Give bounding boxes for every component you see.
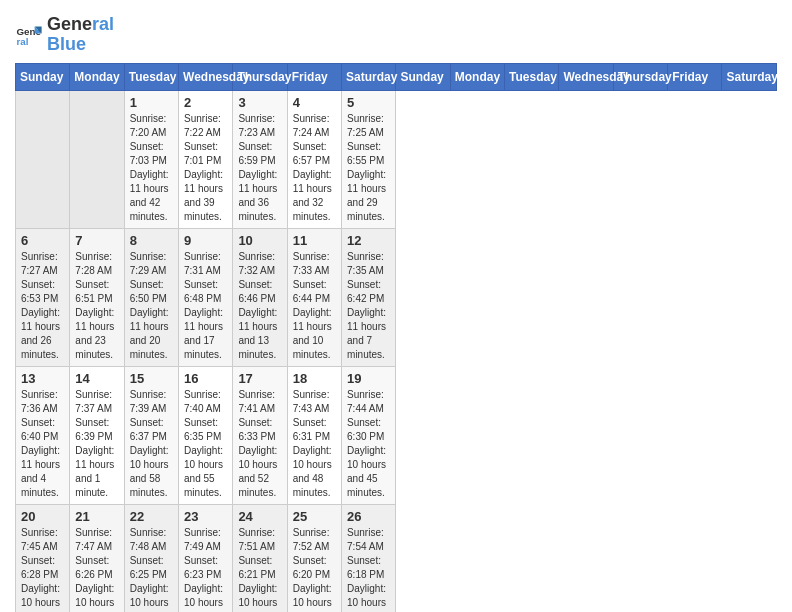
calendar-cell: 3Sunrise: 7:23 AM Sunset: 6:59 PM Daylig… xyxy=(233,90,287,228)
day-info: Sunrise: 7:41 AM Sunset: 6:33 PM Dayligh… xyxy=(238,388,281,500)
day-number: 4 xyxy=(293,95,336,110)
week-row-1: 1Sunrise: 7:20 AM Sunset: 7:03 PM Daylig… xyxy=(16,90,777,228)
calendar-cell xyxy=(70,90,124,228)
week-row-4: 20Sunrise: 7:45 AM Sunset: 6:28 PM Dayli… xyxy=(16,504,777,612)
day-info: Sunrise: 7:27 AM Sunset: 6:53 PM Dayligh… xyxy=(21,250,64,362)
calendar-cell: 22Sunrise: 7:48 AM Sunset: 6:25 PM Dayli… xyxy=(124,504,178,612)
week-row-2: 6Sunrise: 7:27 AM Sunset: 6:53 PM Daylig… xyxy=(16,228,777,366)
day-header-friday: Friday xyxy=(287,63,341,90)
logo-text: GeneralBlue xyxy=(47,15,114,55)
day-header-sunday: Sunday xyxy=(16,63,70,90)
week-row-3: 13Sunrise: 7:36 AM Sunset: 6:40 PM Dayli… xyxy=(16,366,777,504)
day-number: 3 xyxy=(238,95,281,110)
day-info: Sunrise: 7:45 AM Sunset: 6:28 PM Dayligh… xyxy=(21,526,64,612)
day-number: 7 xyxy=(75,233,118,248)
day-info: Sunrise: 7:35 AM Sunset: 6:42 PM Dayligh… xyxy=(347,250,390,362)
calendar-cell: 6Sunrise: 7:27 AM Sunset: 6:53 PM Daylig… xyxy=(16,228,70,366)
calendar-cell: 15Sunrise: 7:39 AM Sunset: 6:37 PM Dayli… xyxy=(124,366,178,504)
day-number: 18 xyxy=(293,371,336,386)
day-number: 9 xyxy=(184,233,227,248)
logo-icon: Gene ral xyxy=(15,21,43,49)
svg-text:ral: ral xyxy=(16,36,28,47)
day-info: Sunrise: 7:23 AM Sunset: 6:59 PM Dayligh… xyxy=(238,112,281,224)
calendar-table: SundayMondayTuesdayWednesdayThursdayFrid… xyxy=(15,63,777,612)
day-number: 10 xyxy=(238,233,281,248)
day-number: 6 xyxy=(21,233,64,248)
calendar-cell: 8Sunrise: 7:29 AM Sunset: 6:50 PM Daylig… xyxy=(124,228,178,366)
day-info: Sunrise: 7:43 AM Sunset: 6:31 PM Dayligh… xyxy=(293,388,336,500)
day-number: 5 xyxy=(347,95,390,110)
day-header: Tuesday xyxy=(505,63,559,90)
day-number: 14 xyxy=(75,371,118,386)
day-number: 22 xyxy=(130,509,173,524)
day-number: 2 xyxy=(184,95,227,110)
day-number: 1 xyxy=(130,95,173,110)
day-info: Sunrise: 7:47 AM Sunset: 6:26 PM Dayligh… xyxy=(75,526,118,612)
day-number: 19 xyxy=(347,371,390,386)
day-header: Wednesday xyxy=(559,63,613,90)
day-header: Saturday xyxy=(722,63,777,90)
calendar-cell: 25Sunrise: 7:52 AM Sunset: 6:20 PM Dayli… xyxy=(287,504,341,612)
calendar-cell: 16Sunrise: 7:40 AM Sunset: 6:35 PM Dayli… xyxy=(179,366,233,504)
day-number: 16 xyxy=(184,371,227,386)
day-info: Sunrise: 7:54 AM Sunset: 6:18 PM Dayligh… xyxy=(347,526,390,612)
day-number: 24 xyxy=(238,509,281,524)
day-number: 8 xyxy=(130,233,173,248)
calendar-cell: 26Sunrise: 7:54 AM Sunset: 6:18 PM Dayli… xyxy=(342,504,396,612)
day-header: Sunday xyxy=(396,63,450,90)
day-info: Sunrise: 7:52 AM Sunset: 6:20 PM Dayligh… xyxy=(293,526,336,612)
calendar-cell: 2Sunrise: 7:22 AM Sunset: 7:01 PM Daylig… xyxy=(179,90,233,228)
day-header-wednesday: Wednesday xyxy=(179,63,233,90)
day-header-tuesday: Tuesday xyxy=(124,63,178,90)
day-header-monday: Monday xyxy=(70,63,124,90)
calendar-cell: 1Sunrise: 7:20 AM Sunset: 7:03 PM Daylig… xyxy=(124,90,178,228)
day-info: Sunrise: 7:51 AM Sunset: 6:21 PM Dayligh… xyxy=(238,526,281,612)
calendar-cell: 18Sunrise: 7:43 AM Sunset: 6:31 PM Dayli… xyxy=(287,366,341,504)
day-number: 12 xyxy=(347,233,390,248)
calendar-cell: 9Sunrise: 7:31 AM Sunset: 6:48 PM Daylig… xyxy=(179,228,233,366)
day-header: Thursday xyxy=(613,63,667,90)
day-number: 23 xyxy=(184,509,227,524)
day-info: Sunrise: 7:32 AM Sunset: 6:46 PM Dayligh… xyxy=(238,250,281,362)
day-number: 21 xyxy=(75,509,118,524)
day-info: Sunrise: 7:40 AM Sunset: 6:35 PM Dayligh… xyxy=(184,388,227,500)
calendar-cell: 5Sunrise: 7:25 AM Sunset: 6:55 PM Daylig… xyxy=(342,90,396,228)
day-info: Sunrise: 7:49 AM Sunset: 6:23 PM Dayligh… xyxy=(184,526,227,612)
day-info: Sunrise: 7:24 AM Sunset: 6:57 PM Dayligh… xyxy=(293,112,336,224)
day-number: 25 xyxy=(293,509,336,524)
calendar-cell: 10Sunrise: 7:32 AM Sunset: 6:46 PM Dayli… xyxy=(233,228,287,366)
day-info: Sunrise: 7:22 AM Sunset: 7:01 PM Dayligh… xyxy=(184,112,227,224)
calendar-cell: 19Sunrise: 7:44 AM Sunset: 6:30 PM Dayli… xyxy=(342,366,396,504)
calendar-cell: 20Sunrise: 7:45 AM Sunset: 6:28 PM Dayli… xyxy=(16,504,70,612)
calendar-cell: 12Sunrise: 7:35 AM Sunset: 6:42 PM Dayli… xyxy=(342,228,396,366)
logo: Gene ral GeneralBlue xyxy=(15,15,114,55)
day-info: Sunrise: 7:25 AM Sunset: 6:55 PM Dayligh… xyxy=(347,112,390,224)
day-info: Sunrise: 7:33 AM Sunset: 6:44 PM Dayligh… xyxy=(293,250,336,362)
calendar-cell: 21Sunrise: 7:47 AM Sunset: 6:26 PM Dayli… xyxy=(70,504,124,612)
calendar-cell: 14Sunrise: 7:37 AM Sunset: 6:39 PM Dayli… xyxy=(70,366,124,504)
calendar-cell: 7Sunrise: 7:28 AM Sunset: 6:51 PM Daylig… xyxy=(70,228,124,366)
day-number: 20 xyxy=(21,509,64,524)
calendar-cell: 4Sunrise: 7:24 AM Sunset: 6:57 PM Daylig… xyxy=(287,90,341,228)
calendar-cell xyxy=(16,90,70,228)
day-info: Sunrise: 7:29 AM Sunset: 6:50 PM Dayligh… xyxy=(130,250,173,362)
page-header: Gene ral GeneralBlue xyxy=(15,15,777,55)
calendar-cell: 11Sunrise: 7:33 AM Sunset: 6:44 PM Dayli… xyxy=(287,228,341,366)
day-number: 15 xyxy=(130,371,173,386)
header-row: SundayMondayTuesdayWednesdayThursdayFrid… xyxy=(16,63,777,90)
day-info: Sunrise: 7:44 AM Sunset: 6:30 PM Dayligh… xyxy=(347,388,390,500)
day-number: 11 xyxy=(293,233,336,248)
calendar-cell: 23Sunrise: 7:49 AM Sunset: 6:23 PM Dayli… xyxy=(179,504,233,612)
day-info: Sunrise: 7:37 AM Sunset: 6:39 PM Dayligh… xyxy=(75,388,118,500)
calendar-cell: 13Sunrise: 7:36 AM Sunset: 6:40 PM Dayli… xyxy=(16,366,70,504)
day-header: Friday xyxy=(668,63,722,90)
day-header-thursday: Thursday xyxy=(233,63,287,90)
day-header-saturday: Saturday xyxy=(342,63,396,90)
day-info: Sunrise: 7:31 AM Sunset: 6:48 PM Dayligh… xyxy=(184,250,227,362)
day-info: Sunrise: 7:20 AM Sunset: 7:03 PM Dayligh… xyxy=(130,112,173,224)
calendar-cell: 17Sunrise: 7:41 AM Sunset: 6:33 PM Dayli… xyxy=(233,366,287,504)
day-info: Sunrise: 7:48 AM Sunset: 6:25 PM Dayligh… xyxy=(130,526,173,612)
day-number: 26 xyxy=(347,509,390,524)
calendar-cell: 24Sunrise: 7:51 AM Sunset: 6:21 PM Dayli… xyxy=(233,504,287,612)
day-info: Sunrise: 7:28 AM Sunset: 6:51 PM Dayligh… xyxy=(75,250,118,362)
